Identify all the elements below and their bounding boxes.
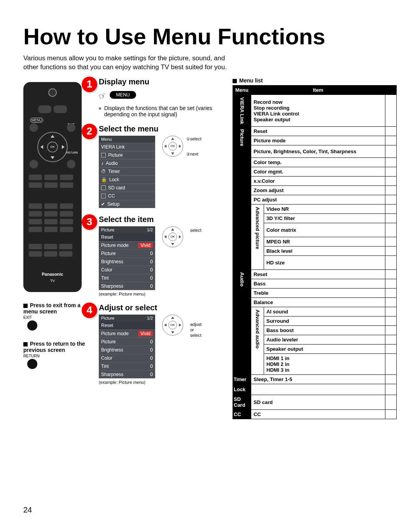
- osd-item: CC: [108, 193, 115, 199]
- osd-page: 1/2: [147, 227, 153, 232]
- adv-picture-item: MPEG NR: [264, 237, 385, 247]
- osd-item: Picture: [108, 152, 122, 158]
- page-number: 24: [23, 506, 32, 514]
- osd-key: Picture: [101, 339, 116, 345]
- adv-audio-item: Bass boost: [264, 326, 385, 335]
- osd-key: Brightness: [101, 259, 123, 264]
- osd-header: Picture: [101, 227, 114, 232]
- osd-value: 0: [150, 283, 153, 289]
- osd-item: Audio: [106, 161, 118, 166]
- adv-audio-item: Audio leveler: [264, 335, 385, 345]
- note-exit-label: EXIT: [23, 315, 93, 320]
- step-number-4: 4: [82, 303, 97, 318]
- remote-tv: TV: [23, 279, 82, 283]
- picture-item: Picture, Brightness, Color, Tint, Sharpn…: [251, 145, 385, 158]
- osd-key: Color: [101, 355, 112, 361]
- osd-value: 0: [150, 339, 153, 345]
- cat-audio: Audio: [233, 270, 251, 375]
- step1-title: Display menu: [99, 77, 227, 86]
- osd-key: Brightness: [101, 347, 123, 353]
- sd-icon: [101, 185, 106, 190]
- adv-picture-item: 3D Y/C filter: [264, 214, 385, 223]
- note-return-label: RETURN: [23, 354, 93, 358]
- osd-value: 0: [150, 347, 153, 353]
- osd-value: 0: [150, 372, 153, 377]
- osd-value: 0: [150, 355, 153, 361]
- cat-cc: CC: [233, 410, 251, 419]
- osd-value: Vivid: [138, 243, 153, 248]
- ok-label: OK: [168, 142, 177, 150]
- step3-ann: select: [190, 228, 201, 233]
- remote-ok: OK: [47, 142, 58, 152]
- cat-adv-audio: Advanced audio: [251, 307, 264, 375]
- menulist-table: Menu Item VIERA Link Record now Stop rec…: [233, 85, 397, 419]
- adv-audio-item: HDMI 1 in HDMI 2 in HDMI 3 in: [264, 354, 385, 375]
- timer-icon: ⏱: [101, 169, 106, 174]
- exit-button-icon: [27, 320, 37, 331]
- osd-page: 1/2: [147, 316, 153, 320]
- remote-brand: Panasonic: [23, 272, 82, 276]
- osd-key: Picture mode: [101, 331, 129, 336]
- osd-value: 0: [150, 267, 153, 273]
- lock-item: [251, 384, 385, 395]
- picture-icon: [101, 153, 106, 157]
- ok-pad: OK: [162, 136, 183, 157]
- remote-return-label: RETURN: [66, 151, 78, 154]
- sd-item: SD card: [251, 395, 385, 410]
- lock-icon: 🔒: [101, 177, 107, 182]
- step-number-2: 2: [82, 124, 97, 139]
- audio-item: Treble: [251, 289, 385, 298]
- picture-item: Picture mode: [251, 136, 385, 145]
- picture-item: x.v.Color: [251, 177, 385, 186]
- osd-value: 0: [150, 275, 153, 281]
- viera-items: Record now Stop recording VIERA Link con…: [251, 94, 385, 127]
- remote-illustration: MENU EXIT OK RETURN Panasonic TV: [23, 82, 82, 292]
- osd-item: VIERA Link: [101, 144, 125, 150]
- osd-reset: Reset: [99, 322, 155, 329]
- intro-text: Various menus allow you to make settings…: [23, 54, 241, 72]
- ok-pad: OK: [162, 315, 183, 336]
- adv-audio-item: Surround: [264, 317, 385, 326]
- picture-item: Reset: [251, 127, 385, 136]
- adv-picture-item: Color matrix: [264, 223, 385, 237]
- audio-item: Reset: [251, 270, 385, 279]
- audio-icon: ♪: [101, 161, 103, 166]
- audio-item: Bass: [251, 279, 385, 289]
- cc-icon: [101, 194, 106, 198]
- step4-title: Adjust or select: [99, 303, 227, 312]
- osd-item: Timer: [108, 169, 120, 174]
- step2-osd: Menu VIERA Link Picture ♪Audio ⏱Timer 🔒L…: [99, 136, 155, 208]
- adv-picture-item: Black level: [264, 247, 385, 256]
- step-number-1: 1: [82, 77, 97, 92]
- osd-key: Picture mode: [101, 243, 129, 248]
- picture-item: PC adjust: [251, 195, 385, 205]
- adv-picture-item: Video NR: [264, 205, 385, 214]
- osd-key: Color: [101, 267, 112, 273]
- step3-title: Select the item: [99, 215, 227, 224]
- step2-ann1: ①select: [186, 136, 201, 142]
- step1-desc: Displays the functions that can be set (…: [99, 105, 227, 117]
- step3-osd: Picture1/2 Reset Picture modeVivid Pictu…: [99, 226, 155, 290]
- cat-adv-picture: Advanced picture: [251, 205, 264, 270]
- ok-pad: OK: [162, 226, 183, 247]
- osd-header: Picture: [101, 316, 114, 320]
- step4-osd: Picture1/2 Reset Picture modeVivid Pictu…: [99, 315, 155, 378]
- audio-item: Balance: [251, 298, 385, 307]
- osd-key: Tint: [101, 275, 109, 281]
- cat-viera: VIERA Link: [233, 94, 251, 127]
- step4-caption: (example: Picture menu): [99, 380, 227, 385]
- osd-item: SD card: [108, 185, 125, 191]
- osd-item: Setup: [107, 201, 119, 207]
- osd-value: 0: [150, 259, 153, 264]
- step4-ann: adjustorselect: [190, 322, 201, 338]
- osd-key: Picture: [101, 251, 116, 256]
- adv-picture-item: HD size: [264, 256, 385, 270]
- menulist-title: Menu list: [233, 77, 397, 84]
- hand-icon: ☞: [97, 90, 108, 102]
- note-return-heading: Press to return to the previous screen: [23, 341, 85, 353]
- cat-sd: SDCard: [233, 395, 251, 410]
- step3-caption: (example: Picture menu): [99, 292, 227, 296]
- cc-item: CC: [251, 410, 385, 419]
- setup-icon: ✔: [101, 201, 105, 207]
- adv-audio-item: Speaker output: [264, 345, 385, 354]
